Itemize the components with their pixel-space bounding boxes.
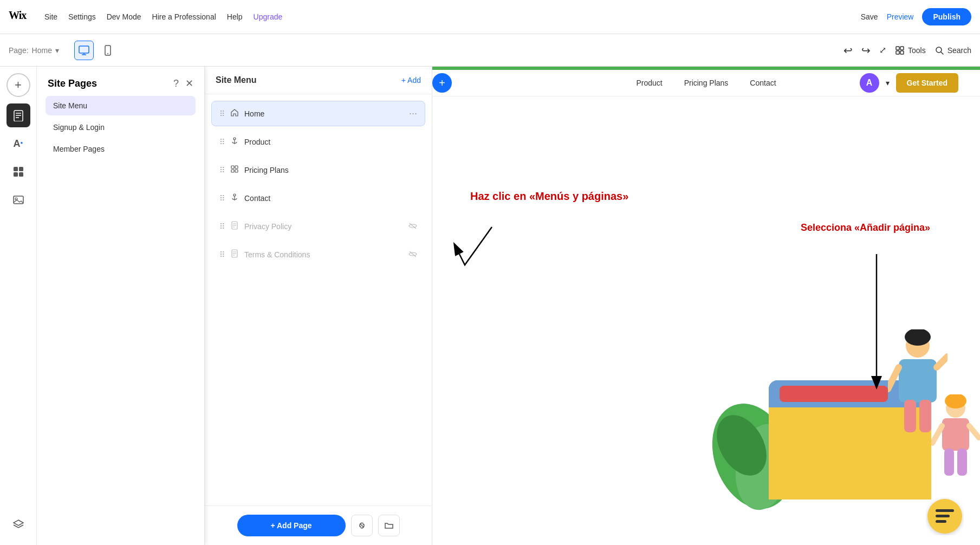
hide-icon-terms[interactable]: [408, 250, 417, 259]
svg-point-5: [107, 53, 108, 54]
nav-devmode[interactable]: Dev Mode: [107, 12, 141, 21]
close-icon[interactable]: ✕: [185, 77, 193, 89]
svg-line-63: [969, 426, 979, 438]
svg-point-28: [233, 194, 236, 196]
svg-rect-12: [14, 111, 23, 121]
preview-nav-pricing[interactable]: Pricing Plans: [684, 79, 729, 87]
left-sidebar: + A●: [0, 67, 37, 545]
current-page: Home: [32, 46, 52, 55]
annotation-select-add: Selecciona «Añadir página»: [801, 222, 930, 234]
svg-rect-27: [235, 170, 238, 172]
annotation-menus: Haz clic en «Menús y páginas»: [465, 189, 623, 203]
search-button[interactable]: Search: [934, 46, 971, 55]
page-item-terms[interactable]: ⠿ Terms & Conditions: [211, 242, 425, 267]
nav-hire[interactable]: Hire a Professional: [152, 12, 216, 21]
home-icon: [230, 108, 239, 119]
top-bar-right: Save Preview Publish: [861, 8, 971, 25]
annotation-add-page: Selecciona «Añadir página»: [801, 222, 930, 234]
sidebar-item-apps[interactable]: [7, 160, 30, 184]
tab-member-pages[interactable]: Member Pages: [46, 139, 196, 159]
svg-rect-68: [936, 515, 950, 517]
add-element-button[interactable]: +: [7, 73, 30, 97]
svg-rect-1: [79, 46, 89, 53]
svg-rect-16: [14, 167, 18, 171]
zoom-icon[interactable]: ⤢: [879, 45, 886, 55]
preview-nav: + Product Pricing Plans Contact A ▾ Get …: [432, 70, 980, 96]
chat-bubble-illustration: [926, 497, 964, 537]
page-name-home: Home: [244, 109, 404, 118]
mobile-icon[interactable]: [98, 41, 118, 60]
arrow-menus: [449, 222, 514, 276]
canvas-area: + Product Pricing Plans Contact A ▾ Get …: [432, 67, 980, 545]
svg-rect-8: [896, 51, 899, 54]
svg-rect-17: [19, 167, 23, 171]
drag-handle: ⠿: [219, 109, 225, 118]
anchor-icon-contact: [230, 193, 239, 204]
avatar: A: [860, 73, 879, 93]
website-preview: + Product Pricing Plans Contact A ▾ Get …: [432, 70, 980, 545]
publish-button[interactable]: Publish: [922, 8, 971, 25]
help-icon[interactable]: ?: [173, 77, 179, 89]
main-area: + A●: [0, 67, 980, 545]
svg-rect-51: [769, 481, 931, 499]
svg-line-11: [941, 52, 943, 54]
svg-rect-20: [14, 196, 23, 204]
page-prefix: Page:: [9, 46, 29, 55]
page-item-contact[interactable]: ⠿ Contact: [211, 186, 425, 211]
nav-site[interactable]: Site: [44, 12, 57, 21]
top-bar: Wix Site Settings Dev Mode Hire a Profes…: [0, 0, 980, 34]
page-name-terms: Terms & Conditions: [244, 250, 403, 259]
device-icons: [74, 41, 118, 60]
sidebar-item-layers[interactable]: [7, 512, 30, 536]
add-page-header-button[interactable]: + Add: [401, 76, 421, 85]
svg-rect-25: [235, 166, 238, 168]
link-icon-button[interactable]: [351, 515, 373, 536]
svg-rect-18: [14, 172, 18, 177]
page-name-privacy: Privacy Policy: [244, 222, 403, 231]
preview-nav-product[interactable]: Product: [636, 79, 662, 87]
page-name-product: Product: [244, 138, 417, 146]
sidebar-item-theme[interactable]: A●: [7, 132, 30, 155]
svg-point-21: [15, 198, 17, 200]
person2-illustration: [931, 394, 980, 483]
svg-marker-71: [871, 376, 882, 390]
preview-nav-contact[interactable]: Contact: [750, 79, 776, 87]
tab-site-menu[interactable]: Site Menu: [46, 96, 196, 115]
desktop-icon[interactable]: [74, 41, 94, 60]
add-page-button[interactable]: + Add Page: [237, 515, 346, 536]
panel-header: Site Pages ? ✕: [37, 67, 204, 96]
sidebar-item-pages[interactable]: [7, 103, 30, 127]
nav-settings[interactable]: Settings: [68, 12, 96, 21]
page-selector[interactable]: Page: Home ▾: [9, 46, 59, 55]
sidebar-bottom: [7, 504, 30, 545]
page-item-pricing-plans[interactable]: ⠿ Pricing Plans: [211, 158, 425, 183]
svg-point-22: [233, 138, 236, 140]
preview-button[interactable]: Preview: [887, 12, 914, 21]
svg-rect-61: [942, 418, 969, 451]
nav-upgrade[interactable]: Upgrade: [254, 12, 283, 21]
sidebar-item-media[interactable]: [7, 188, 30, 212]
svg-rect-64: [944, 449, 954, 476]
tools-button[interactable]: Tools: [895, 46, 926, 55]
svg-line-62: [932, 426, 942, 443]
folder-icon-button[interactable]: [378, 515, 400, 536]
nav-help[interactable]: Help: [227, 12, 243, 21]
right-panel-header: Site Menu + Add: [205, 67, 432, 94]
undo-button[interactable]: ↩: [843, 44, 853, 57]
second-bar: Page: Home ▾ ↩ ↪ ⤢: [0, 34, 980, 67]
tab-signup-login[interactable]: Signup & Login: [46, 118, 196, 137]
redo-button[interactable]: ↪: [861, 44, 871, 57]
page-item-product[interactable]: ⠿ Product: [211, 129, 425, 154]
page-item-home[interactable]: ⠿ Home ···: [211, 101, 425, 126]
hide-icon-privacy[interactable]: [408, 222, 417, 231]
svg-rect-67: [936, 509, 954, 512]
svg-rect-24: [231, 166, 234, 168]
save-button[interactable]: Save: [861, 12, 878, 21]
chevron-down-icon: ▾: [886, 79, 890, 87]
page-options-home[interactable]: ···: [409, 108, 417, 119]
add-section-button[interactable]: +: [432, 73, 452, 93]
tools-label: Tools: [908, 46, 926, 55]
get-started-button[interactable]: Get Started: [896, 73, 958, 93]
svg-rect-69: [936, 520, 946, 523]
page-item-privacy-policy[interactable]: ⠿ Privacy Policy: [211, 214, 425, 239]
